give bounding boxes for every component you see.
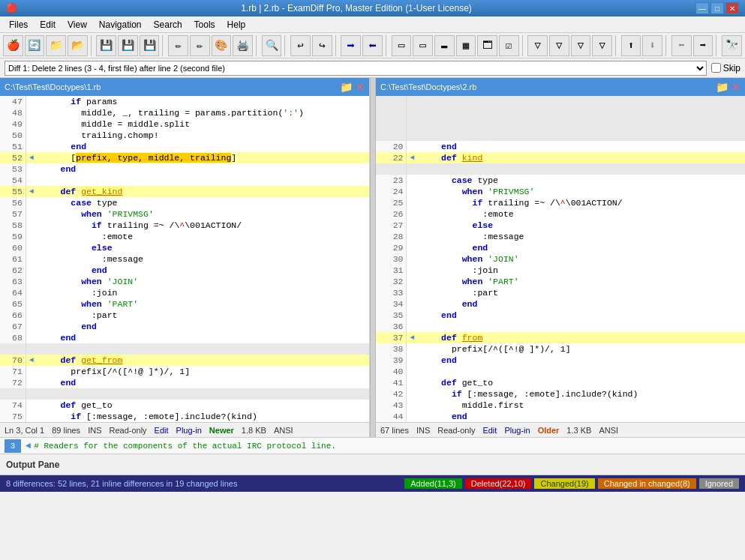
table-row: 52◄ [prefix, type, middle, trailing]	[0, 152, 369, 163]
right-folder-icon[interactable]: 📁	[716, 81, 728, 93]
table-row: 48 middle, _, trailing = params.partitio…	[0, 107, 369, 118]
right-close-icon[interactable]: ✕	[731, 81, 740, 93]
prev-diff-button[interactable]: ⬅	[362, 35, 383, 56]
table-row: 54	[0, 175, 369, 186]
table-row: 25 if trailing =~ /\^\001ACTION/	[376, 197, 745, 208]
next-diff-button[interactable]: ➡	[341, 35, 361, 56]
view4-button[interactable]: ▦	[456, 35, 476, 56]
menu-bar: Files Edit View Navigation Search Tools …	[0, 16, 745, 33]
left-size: 1.8 KB	[242, 426, 266, 435]
table-row: 35 end	[376, 310, 745, 321]
right-pane-content: 20 end 22◄ def kind 23 case type 24 when…	[376, 96, 745, 422]
menu-files[interactable]: Files	[3, 18, 34, 31]
table-row: 36	[376, 321, 745, 332]
refresh-button[interactable]: 🔄	[25, 35, 45, 56]
table-row: 61 :message	[0, 253, 369, 265]
right-arrow-button[interactable]: ➡	[693, 35, 713, 56]
right-readonly: Read-only	[437, 426, 475, 435]
table-row: 29 end	[376, 242, 745, 253]
checkmark-button[interactable]: ☑	[499, 35, 519, 56]
table-row: 41 def get_to	[376, 377, 745, 388]
undo-button[interactable]: ↩️	[290, 35, 311, 56]
skip-checkbox[interactable]	[711, 63, 721, 73]
table-row: 67 end	[0, 321, 369, 332]
table-row: 64 :join	[0, 287, 369, 298]
badge-deleted: Deleted(22,10)	[465, 478, 532, 489]
table-row: 53 end	[0, 163, 369, 175]
left-readonly: Read-only	[109, 426, 146, 435]
left-edit[interactable]: Edit	[155, 426, 169, 435]
left-close-icon[interactable]: ✕	[356, 81, 365, 93]
left-code-view[interactable]: 47 if params 48 middle, _, trailing = pa…	[0, 96, 369, 422]
table-row	[376, 163, 745, 175]
close-button[interactable]: ✕	[725, 2, 739, 14]
left-lines: 89 lines	[52, 426, 80, 435]
edit-button[interactable]: ✏️	[168, 35, 188, 56]
window-title: 1.rb | 2.rb - ExamDiff Pro, Master Editi…	[17, 3, 695, 13]
open-button[interactable]: 🍎	[3, 35, 23, 56]
right-encoding: ANSI	[599, 426, 618, 435]
view2-button[interactable]: ▭	[413, 35, 433, 56]
diff-selector[interactable]: Diff 1: Delete 2 lines (3 - 4, first fil…	[5, 61, 707, 76]
print-button[interactable]: 🖨️	[233, 35, 253, 56]
save-button[interactable]: 💾	[96, 35, 116, 56]
left-pane-icons: 📁 ✕	[340, 81, 365, 93]
filter2-button[interactable]: ▽	[549, 35, 569, 56]
view5-button[interactable]: 🗔	[477, 35, 497, 56]
table-row: 40	[376, 366, 745, 377]
up-button[interactable]: ⬆	[621, 35, 641, 56]
menu-view[interactable]: View	[62, 18, 93, 31]
color-button[interactable]: 🎨	[212, 35, 232, 56]
right-pane-status: 67 lines INS Read-only Edit Plug-in Olde…	[376, 422, 745, 437]
zoom-button[interactable]: 🔍	[262, 35, 282, 56]
table-row	[376, 96, 745, 107]
bottom-code-row: 3 ◄ # Readers for the components of the …	[0, 438, 745, 454]
left-folder-icon[interactable]: 📁	[340, 81, 353, 93]
filter4-button[interactable]: ▽	[592, 35, 612, 56]
table-row: 37◄ def from	[376, 332, 745, 343]
table-row: 72 end	[0, 377, 369, 388]
bottom-arrow-icon: ◄	[26, 441, 31, 451]
menu-tools[interactable]: Tools	[188, 18, 221, 31]
table-row	[376, 107, 745, 118]
toolbar: 🍎 🔄 📁 📂 💾 💾 💾 ✏️ ✏️ 🎨 🖨️ 🔍 ↩️ ↪️ ➡ ⬅ ▭ ▭…	[0, 33, 745, 58]
filter3-button[interactable]: ▽	[571, 35, 591, 56]
right-plugin[interactable]: Plug-in	[504, 426, 530, 435]
redo-button[interactable]: ↪️	[312, 35, 332, 56]
toolbar-sep6	[386, 35, 389, 56]
minimize-button[interactable]: —	[695, 2, 709, 14]
save-file1-button[interactable]: 📂	[68, 35, 88, 56]
app-icon: 🔴	[6, 3, 17, 13]
menu-search[interactable]: Search	[148, 18, 188, 31]
table-row: 51 end	[0, 141, 369, 152]
left-arrow-button[interactable]: ⬅	[671, 35, 692, 56]
maximize-button[interactable]: □	[710, 2, 724, 14]
bottom-row-num: 3	[5, 439, 21, 453]
bottom-code: # Readers for the components of the actu…	[34, 442, 336, 451]
toolbar-sep5	[335, 35, 338, 56]
down-button[interactable]: ⬇	[642, 35, 662, 56]
right-edit[interactable]: Edit	[482, 426, 497, 435]
table-row	[0, 388, 369, 400]
table-row: 58 if trailing =~ /\^\001ACTION/	[0, 220, 369, 231]
table-row: 62 end	[0, 265, 369, 276]
left-pane-content: 47 if params 48 middle, _, trailing = pa…	[0, 96, 369, 422]
save-as-button[interactable]: 💾	[118, 35, 138, 56]
menu-navigation[interactable]: Navigation	[93, 18, 148, 31]
right-code-view[interactable]: 20 end 22◄ def kind 23 case type 24 when…	[376, 96, 745, 422]
table-row: 28 :message	[376, 231, 745, 242]
edit2-button[interactable]: ✏️	[190, 35, 210, 56]
view3-button[interactable]: ▬	[434, 35, 455, 56]
save-all-button[interactable]: 💾	[140, 35, 160, 56]
left-plugin[interactable]: Plug-in	[176, 426, 202, 435]
view1-button[interactable]: ▭	[392, 35, 412, 56]
table-row: 47 if params	[0, 96, 369, 107]
open-file1-button[interactable]: 📁	[46, 35, 66, 56]
filter1-button[interactable]: ▽	[527, 35, 548, 56]
binoculars-button[interactable]: 🔭	[722, 35, 742, 56]
pane-separator[interactable]	[370, 78, 376, 437]
menu-edit[interactable]: Edit	[34, 18, 62, 31]
menu-help[interactable]: Help	[221, 18, 252, 31]
table-row: 70◄ def get_from	[0, 355, 369, 366]
table-row: 23 case type	[376, 175, 745, 186]
